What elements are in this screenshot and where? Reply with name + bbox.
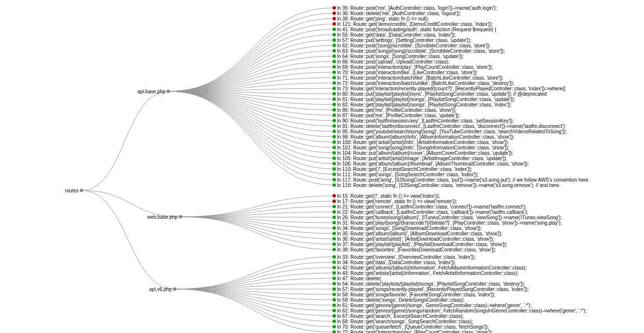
leaf-label: ln 81: Route::put('playlist/{playlist}/s… (337, 97, 515, 102)
leaf-node (333, 119, 336, 123)
leaf-label: ln 47: Route::delete( (337, 276, 381, 281)
leaf-node (333, 194, 336, 198)
leaf-node (333, 60, 336, 63)
leaf-node (333, 293, 336, 296)
leaf-label: ln 100: Route::get('artist/{artist}/info… (337, 140, 509, 145)
leaf-node (333, 331, 336, 333)
leaf-label: ln 61: Route::get('genres/{genre}/songs'… (337, 303, 532, 308)
leaf-node (333, 103, 336, 106)
leaf-node (333, 248, 336, 251)
leaf-label: ln 63: Route::post('songs/{song}/scrobbl… (337, 48, 505, 54)
leaf-node (333, 227, 336, 230)
leaf-label: ln 62: Route::get('genres/{genre}/songs/… (337, 308, 586, 313)
leaf-node (333, 33, 336, 37)
leaf-label: ln 68: Route::get('search/songs', SongSe… (337, 319, 473, 324)
file-label-web_base: web.base.php (147, 214, 178, 220)
leaf-node (333, 184, 336, 187)
leaf-label: ln 22: Route::get('callback', [LastfmCon… (337, 209, 528, 215)
leaf-label: ln 72: Route::post('interaction/play', [… (337, 330, 493, 333)
leaf-node (333, 210, 336, 214)
leaf-node (333, 130, 336, 133)
leaf-node (333, 277, 336, 280)
leaf-node (333, 87, 336, 90)
leaf-node (333, 92, 336, 96)
leaf-label: ln 66: Route::post('upload', UploadContr… (337, 59, 450, 64)
leaf-label: ln 35: Route::get('album/{album}', [Albu… (337, 231, 503, 236)
leaf-node (333, 178, 336, 182)
leaf-label: ln 57: Route::put('settings', [SettingCo… (337, 38, 471, 43)
leaf-node (333, 237, 336, 241)
leaf-label: ln 34: Route::get('data', [DataControlle… (337, 260, 456, 265)
leaf-node (333, 71, 336, 74)
leaf-node (333, 304, 336, 307)
tree-diagram: routesapi.base.phpln 35: Route::post('me… (0, 0, 644, 333)
leaf-label: ln 35: Route::post('me', [AuthController… (337, 5, 497, 11)
leaf-node (333, 261, 336, 264)
leaf-label: ln 91: Route::delete('lastfm/disconnect'… (337, 124, 566, 129)
leaf-node (333, 162, 336, 166)
leaf-label: ln 111: Route::get('songs', [SongSearchC… (337, 172, 479, 177)
leaf-label: ln 110: Route::get('/', [ExcerptSearchCo… (337, 166, 472, 172)
leaf-label: ln 70: Route::post('interaction/like', [… (337, 70, 478, 75)
leaf-label: ln 69: Route::post('interaction/play', [… (337, 64, 493, 70)
leaf-label: ln 17: Route::get('remote', static fn ()… (337, 199, 457, 204)
leaf-label: ln 42: Route::get('albums/{album}/inform… (337, 265, 526, 271)
leaf-node (333, 22, 336, 26)
leaf-node (333, 157, 336, 160)
leaf-label: ln 62: Route::post('{song}/scrobble', [S… (337, 43, 490, 48)
leaf-label: ln 57: Route::get('songs/recently-played… (337, 287, 529, 292)
leaf-node (333, 173, 336, 176)
leaf-node (333, 12, 336, 15)
leaf-label: ln 90: Route::post('lastfm/session-key',… (337, 118, 514, 124)
leaf-label: ln 82: Route::get('playlist/{playlist}/s… (337, 102, 512, 107)
leaf-label: ln 104: Route::put('album/{album}/cover'… (337, 150, 513, 156)
leaf-label: ln 37: Route::get('playlist/{playlist}',… (337, 242, 507, 247)
leaf-label: ln 31: Route::get('play/{song}/{transcod… (337, 220, 562, 226)
leaf-node (333, 309, 336, 312)
root-label: routes (65, 188, 79, 193)
leaf-label: ln 55: Route::get('data', [DataControlle… (337, 32, 456, 38)
leaf-label: ln 33: Route::get('overview', [OverviewC… (337, 254, 476, 260)
file-label-api_base: api.base.php (138, 89, 165, 94)
leaf-label: ln 106: Route::get('album/{album}/thumbn… (337, 161, 529, 166)
root-node (80, 189, 83, 192)
leaf-label: ln 59: Route::delete('songs', DeleteSong… (337, 297, 464, 303)
leaf-label: ln 87: Route::put('me', [ProfileControll… (337, 113, 460, 118)
leaf-node (333, 282, 336, 286)
leaf-label: ln 43: Route::get('artists/{artist}/info… (337, 271, 519, 276)
leaf-node (333, 298, 336, 302)
leaf-label: ln 99: Route::get('album/{album}/info', … (337, 134, 514, 140)
leaf-label: ln 58: Route::get('songs/favorite', [Fav… (337, 292, 495, 297)
leaf-label: ln 38: Route::get('favorites', [Favorite… (337, 247, 496, 252)
leaf-node (333, 320, 336, 323)
leaf-label: ln 71: Route::post('interaction/batch/li… (337, 75, 503, 81)
edges-layer (0, 0, 644, 333)
leaf-label: ln 64: Route::put('songs', [SongControll… (337, 54, 463, 59)
leaf-node (333, 255, 336, 259)
leaf-label: ln 67: Route::get('search', ExcerptSearc… (337, 313, 464, 319)
leaf-node (333, 141, 336, 144)
leaf-node (333, 221, 336, 225)
leaf-node (333, 82, 336, 85)
leaf-label: ln 80: Route::put('playlist/{playlist}/s… (337, 91, 547, 97)
leaf-node (333, 39, 336, 42)
leaf-node (333, 146, 336, 149)
leaf-label: ln 95: Route::get('youtube/search/song/{… (337, 129, 567, 134)
leaf-node (333, 65, 336, 69)
leaf-node (333, 44, 336, 47)
leaf-label: ln 36: Route::delete('me', [AuthControll… (337, 11, 461, 16)
leaf-node (333, 325, 336, 329)
leaf-label: ln 26: Route::get('itunes/song/{album}',… (337, 215, 562, 220)
leaf-label: ln 72: Route::post('interaction/batch/un… (337, 81, 514, 86)
leaf-label: ln 86: Route::get('me', [ProfileControll… (337, 107, 456, 113)
leaf-node (333, 314, 336, 318)
leaf-node (333, 243, 336, 246)
file-node-web_base (179, 215, 182, 219)
file-label-api_v6: api.v6.php (149, 287, 172, 292)
leaf-label: ln 105: Route::put('artist/{artist}/imag… (337, 156, 507, 161)
leaf-node (333, 205, 336, 208)
leaf-label: ln 41: Route::post('broadcasting/auth', … (337, 27, 496, 32)
leaf-node (333, 76, 336, 80)
leaf-node (333, 167, 336, 171)
leaf-node (333, 28, 336, 31)
